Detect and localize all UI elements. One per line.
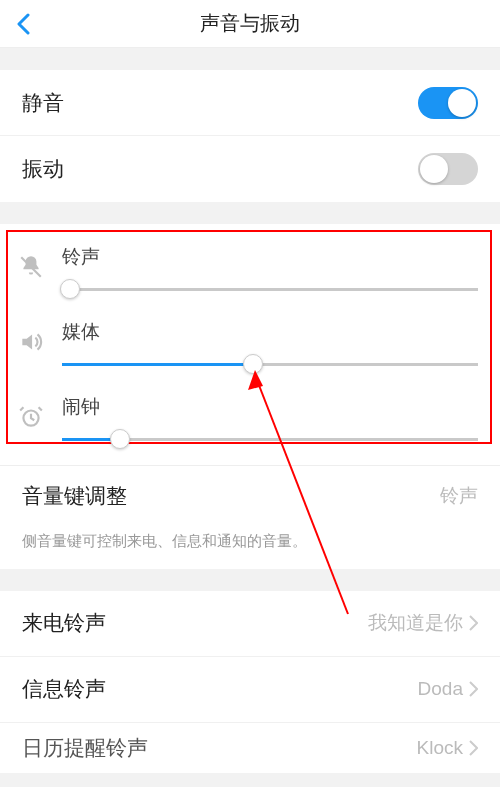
silent-row[interactable]: 静音 (0, 70, 500, 136)
media-volume-row: 媒体 (0, 309, 500, 384)
vibrate-label: 振动 (22, 155, 64, 183)
chevron-right-icon (469, 615, 478, 631)
silent-toggle[interactable] (418, 87, 478, 119)
message-ringtone-value: Doda (418, 678, 463, 700)
toggle-section: 静音 振动 (0, 70, 500, 202)
spacer (0, 569, 500, 591)
silent-label: 静音 (22, 89, 64, 117)
ringtone-section: 来电铃声 我知道是你 信息铃声 Doda 日历提醒铃声 Klock (0, 591, 500, 773)
calendar-ringtone-value: Klock (417, 737, 463, 759)
calendar-ringtone-row[interactable]: 日历提醒铃声 Klock (0, 723, 500, 773)
volume-key-label: 音量键调整 (22, 482, 127, 510)
volume-key-section: 音量键调整 铃声 侧音量键可控制来电、信息和通知的音量。 (0, 465, 500, 569)
volume-key-value: 铃声 (440, 483, 478, 509)
alarm-volume-label: 闹钟 (62, 394, 478, 420)
calendar-ringtone-label: 日历提醒铃声 (22, 734, 148, 762)
volume-key-row[interactable]: 音量键调整 铃声 (0, 466, 500, 526)
spacer (0, 202, 500, 224)
incoming-ringtone-label: 来电铃声 (22, 609, 106, 637)
page-title: 声音与振动 (200, 10, 300, 37)
volume-section: 铃声 媒体 闹钟 (0, 224, 500, 465)
chevron-right-icon (469, 681, 478, 697)
media-slider[interactable] (62, 354, 478, 374)
spacer (0, 48, 500, 70)
media-volume-label: 媒体 (62, 319, 478, 345)
back-button[interactable] (16, 0, 30, 48)
vibrate-toggle[interactable] (418, 153, 478, 185)
ringtone-volume-label: 铃声 (62, 244, 478, 270)
speaker-icon (18, 329, 48, 359)
bell-mute-icon (18, 254, 48, 284)
incoming-ringtone-row[interactable]: 来电铃声 我知道是你 (0, 591, 500, 657)
alarm-slider[interactable] (62, 429, 478, 449)
header-bar: 声音与振动 (0, 0, 500, 48)
message-ringtone-row[interactable]: 信息铃声 Doda (0, 657, 500, 723)
ringtone-volume-row: 铃声 (0, 234, 500, 309)
incoming-ringtone-value: 我知道是你 (368, 610, 463, 636)
chevron-right-icon (469, 740, 478, 756)
message-ringtone-label: 信息铃声 (22, 675, 106, 703)
vibrate-row[interactable]: 振动 (0, 136, 500, 202)
volume-key-note: 侧音量键可控制来电、信息和通知的音量。 (0, 526, 500, 569)
alarm-clock-icon (18, 404, 48, 434)
ringtone-slider[interactable] (62, 279, 478, 299)
chevron-left-icon (16, 13, 30, 35)
alarm-volume-row: 闹钟 (0, 384, 500, 459)
